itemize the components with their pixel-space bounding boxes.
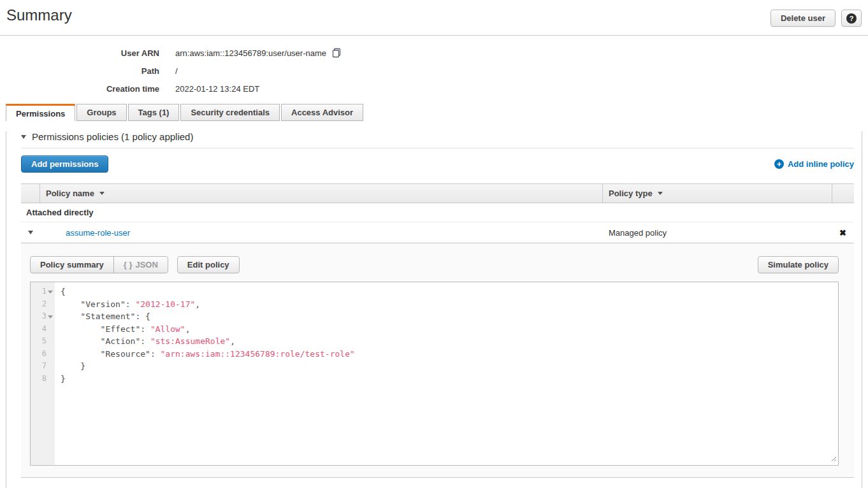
table-header: Policy name Policy type [21,183,854,203]
path-label: Path [0,66,159,76]
help-icon: ? [846,13,857,24]
json-view-button[interactable]: { } JSON [113,256,168,273]
code-line-text: "Effect": "Allow", [55,323,191,336]
code-line: 4 "Effect": "Allow", [31,323,838,336]
policy-view-toggle: Policy summary { } JSON [30,256,168,273]
field-row-user-arn: User ARN arn:aws:iam::123456789:user/use… [0,44,868,62]
chevron-down-icon [28,231,33,234]
simulate-policy-button[interactable]: Simulate policy [758,256,839,273]
policy-detail-toolbar: Policy summary { } JSON Edit policy Simu… [30,256,839,273]
field-row-path: Path / [0,62,868,80]
path-value: / [175,66,178,76]
line-number: 7 [31,360,55,373]
edit-policy-button[interactable]: Edit policy [177,256,240,273]
page-title: Summary [0,0,868,24]
section-divider [21,148,854,148]
add-inline-policy-label: Add inline policy [788,159,854,169]
code-line-text: "Action": "sts:AssumeRole", [55,335,235,348]
braces-icon: { } [124,260,133,269]
policy-type-cell: Managed policy [602,228,832,238]
code-line: 6 "Resource": "arn:aws:iam::123456789:ro… [31,348,838,361]
code-line-text: } [55,360,85,373]
fold-icon[interactable] [48,291,53,294]
tab-groups[interactable]: Groups [76,104,126,121]
line-number: 5 [31,335,55,348]
code-line: 5 "Action": "sts:AssumeRole", [31,335,838,348]
code-line: 3 "Statement": { [31,310,838,323]
permissions-tab-content: Permissions policies (1 policy applied) … [6,131,862,488]
resize-handle[interactable] [830,454,837,464]
table-row: assume-role-user Managed policy ✖ [21,222,854,243]
code-line: 1 { [31,285,838,298]
remove-policy-icon[interactable]: ✖ [839,228,846,238]
policy-name-cell: assume-role-user [40,228,602,238]
tab-security-credentials[interactable]: Security credentials [180,104,280,121]
code-line-text: "Version": "2012-10-17", [55,298,200,311]
policy-actions-row: Add permissions + Add inline policy [21,155,854,173]
policy-json-editor[interactable]: 1 { 2 "Version": "2012-10-17", 3 "Statem… [30,282,839,466]
line-number: 3 [31,310,55,323]
line-number: 4 [31,323,55,336]
code-line-text: "Statement": { [55,310,150,323]
field-row-creation-time: Creation time 2022-01-12 13:24 EDT [0,80,868,97]
actions-column-header [832,184,854,203]
sort-arrow-icon [99,192,105,195]
policy-name-link[interactable]: assume-role-user [66,228,130,238]
tab-permissions[interactable]: Permissions [6,104,75,121]
creation-time-value: 2022-01-12 13:24 EDT [175,84,259,94]
user-arn-value: arn:aws:iam::123456789:user/user-name [175,48,342,58]
line-number: 8 [31,373,55,385]
policy-type-column-header[interactable]: Policy type [602,184,832,203]
user-arn-label: User ARN [0,48,159,58]
policy-type-header-label: Policy type [609,189,653,198]
creation-time-label: Creation time [0,84,159,94]
policy-name-header-label: Policy name [46,189,94,198]
chevron-down-icon [21,135,26,139]
plus-icon: + [774,159,784,169]
user-arn-text: arn:aws:iam::123456789:user/user-name [175,48,326,58]
json-view-label: JSON [135,260,157,269]
policy-detail-panel: Policy summary { } JSON Edit policy Simu… [21,243,854,478]
page-header: Summary Delete user ? [0,0,868,36]
line-number: 2 [31,298,55,311]
help-button[interactable]: ? [841,10,862,27]
line-number: 6 [31,348,55,361]
add-inline-policy-link[interactable]: + Add inline policy [774,159,854,169]
line-number: 1 [31,285,55,298]
policy-summary-button[interactable]: Policy summary [30,256,114,273]
code-line: 8 } [31,373,838,385]
permissions-policies-toggle[interactable]: Permissions policies (1 policy applied) [21,131,854,142]
tab-bar: Permissions Groups Tags (1) Security cre… [0,104,868,121]
attached-directly-group-row: Attached directly [21,203,854,222]
sort-arrow-icon [658,192,663,195]
tab-tags[interactable]: Tags (1) [128,104,180,121]
copy-icon[interactable] [331,48,342,58]
policy-table: Policy name Policy type Attached directl… [21,183,854,478]
code-line-text: } [55,373,66,385]
permissions-policies-heading: Permissions policies (1 policy applied) [32,131,193,142]
fold-icon[interactable] [48,315,53,319]
delete-user-button[interactable]: Delete user [770,10,835,27]
summary-fields: User ARN arn:aws:iam::123456789:user/use… [0,36,868,97]
code-line-text: { [55,285,66,298]
collapse-row-toggle[interactable] [21,231,40,234]
expand-column-header [21,184,40,203]
code-line: 7 } [31,360,838,373]
code-line: 2 "Version": "2012-10-17", [31,298,838,311]
policy-actions-cell: ✖ [832,228,854,238]
header-actions: Delete user ? [770,10,862,27]
add-permissions-button[interactable]: Add permissions [21,155,108,173]
tab-access-advisor[interactable]: Access Advisor [281,104,363,121]
policy-name-column-header[interactable]: Policy name [40,184,602,203]
code-line-text: "Resource": "arn:aws:iam::123456789:role… [55,348,355,361]
